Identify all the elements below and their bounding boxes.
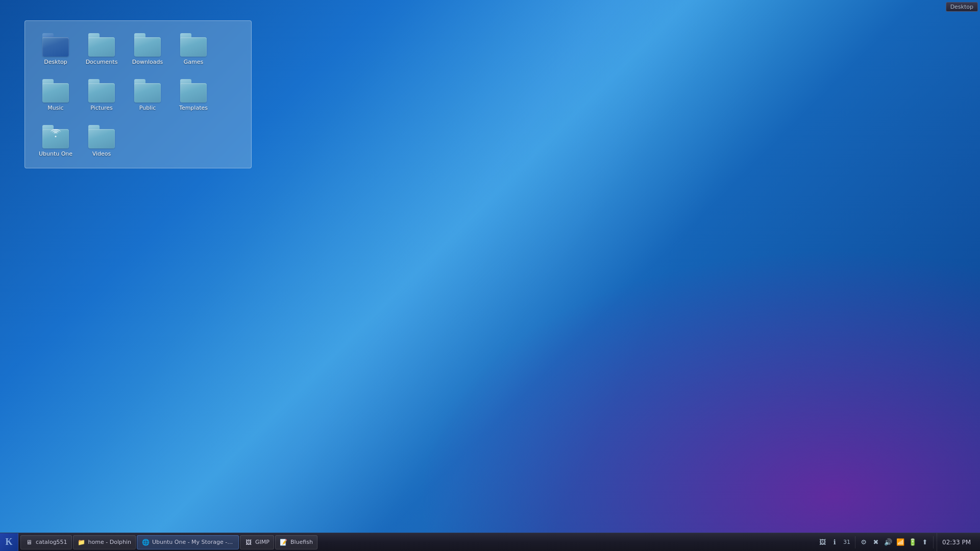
folder-public-label: Public — [139, 105, 156, 111]
taskbar-task-app4[interactable]: 🖼 GIMP — [240, 535, 274, 549]
folder-documents[interactable]: Documents — [79, 31, 124, 67]
public-folder-icon — [134, 79, 161, 103]
folder-documents-label: Documents — [86, 59, 118, 65]
catalog-task-label: catalog551 — [36, 539, 67, 545]
music-folder-icon — [42, 79, 69, 103]
folder-videos-label: Videos — [92, 151, 111, 157]
folder-downloads[interactable]: Downloads — [125, 31, 170, 67]
desktop-folder-icon — [42, 33, 69, 57]
tray-separator — [855, 536, 855, 548]
desktop-button[interactable]: Desktop — [946, 2, 978, 12]
videos-folder-icon — [88, 125, 115, 148]
templates-folder-icon — [180, 79, 207, 103]
taskbar-task-catalog[interactable]: 🖥 catalog551 — [20, 535, 72, 549]
folder-public[interactable]: Public — [125, 77, 170, 113]
clock-separator — [933, 536, 934, 548]
file-manager-grid: Desktop Documents Downloads Games — [33, 31, 243, 169]
taskbar: K 🖥 catalog551 📁 home - Dolphin 🌐 Ubuntu… — [0, 533, 980, 551]
downloads-folder-icon — [134, 33, 161, 57]
folder-ubuntu-one-label: Ubuntu One — [39, 151, 72, 157]
app5-task-label: Bluefish — [290, 539, 313, 545]
taskbar-task-dolphin[interactable]: 📁 home - Dolphin — [73, 535, 136, 549]
pictures-folder-icon — [88, 79, 115, 103]
ubuntu-one-wifi-icon — [51, 129, 61, 137]
folder-games-label: Games — [184, 59, 203, 65]
k-menu-icon: K — [5, 537, 12, 547]
dolphin-task-icon: 📁 — [78, 538, 86, 546]
tray-icon-volume[interactable]: 🔊 — [883, 537, 893, 547]
folder-templates-label: Templates — [179, 105, 208, 111]
tray-icon-info[interactable]: ℹ — [829, 537, 840, 547]
taskbar-task-app5[interactable]: 📝 Bluefish — [275, 535, 317, 549]
ubuntu-one-folder-icon — [42, 125, 69, 148]
firefox-task-icon: 🌐 — [141, 538, 150, 546]
tray-icon-close[interactable]: ✖ — [871, 537, 881, 547]
folder-templates[interactable]: Templates — [171, 77, 216, 113]
start-button[interactable]: K — [0, 533, 18, 552]
folder-pictures[interactable]: Pictures — [79, 77, 124, 113]
app5-task-icon: 📝 — [280, 538, 288, 546]
file-manager-window: Desktop Documents Downloads Games — [24, 20, 252, 168]
documents-folder-icon — [88, 33, 115, 57]
tray-icon-battery[interactable]: 🔋 — [908, 537, 918, 547]
folder-pictures-label: Pictures — [90, 105, 113, 111]
folder-music[interactable]: Music — [33, 77, 78, 113]
games-folder-icon — [180, 33, 207, 57]
folder-desktop[interactable]: Desktop — [33, 31, 78, 67]
tray-icon-screenshot[interactable]: 🖼 — [817, 537, 827, 547]
firefox-task-label: Ubuntu One - My Storage - Mozilla Firefo… — [152, 539, 234, 545]
catalog-task-icon: 🖥 — [25, 538, 33, 546]
tray-icon-settings[interactable]: ⚙ — [859, 537, 869, 547]
folder-desktop-label: Desktop — [44, 59, 67, 65]
folder-downloads-label: Downloads — [132, 59, 163, 65]
folder-music-label: Music — [47, 105, 63, 111]
folder-ubuntu-one[interactable]: Ubuntu One — [33, 123, 78, 159]
taskbar-systray: 🖼 ℹ 31 ⚙ ✖ 🔊 📶 🔋 ⬆ 02:33 PM — [813, 533, 980, 551]
app4-task-label: GIMP — [255, 539, 270, 545]
folder-games[interactable]: Games — [171, 31, 216, 67]
folder-videos[interactable]: Videos — [79, 123, 124, 159]
taskbar-task-firefox[interactable]: 🌐 Ubuntu One - My Storage - Mozilla Fire… — [137, 535, 239, 549]
tray-icon-update[interactable]: ⬆ — [920, 537, 930, 547]
taskbar-clock: 02:33 PM — [937, 533, 976, 551]
taskbar-tasks: 🖥 catalog551 📁 home - Dolphin 🌐 Ubuntu O… — [18, 533, 813, 551]
tray-icon-31[interactable]: 31 — [842, 537, 852, 547]
tray-icon-network[interactable]: 📶 — [895, 537, 905, 547]
app4-task-icon: 🖼 — [244, 538, 253, 546]
dolphin-task-label: home - Dolphin — [88, 539, 131, 545]
